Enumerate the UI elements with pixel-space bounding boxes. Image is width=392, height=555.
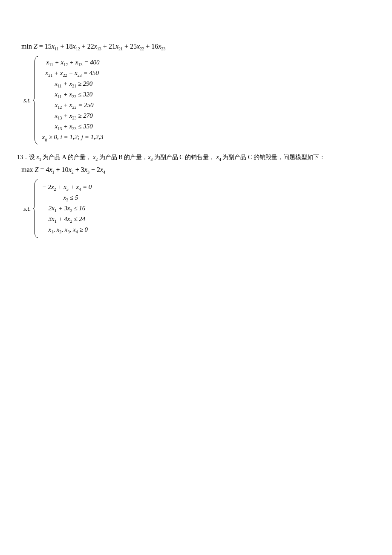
c2-2: x3 ≤ 5 [42,194,92,202]
c1-4: x11 + x22 ≤ 320 [42,91,104,99]
var-x4: x4 [216,154,221,160]
constraint-lines-2: − 2x2 + x3 + x4 = 0 x3 ≤ 5 2x1 + 3x2 ≤ 1… [42,183,92,234]
c2-3: 2x1 + 3x2 ≤ 16 [42,205,92,213]
c1-8: xij ≥ 0, i = 1,2; j = 1,2,3 [42,134,104,142]
obj1-text: min Z = 15x11 + 18x12 + 22x13 + 21x21 + … [21,43,165,50]
c1-1: x11 + x12 + x13 = 400 [42,59,104,67]
problem-2-text: 13．设 x1 为产品 A 的产量， x2 为产品 B 的产量，x3 为副产品 … [17,154,375,162]
c2-4: 3x1 + 4x2 ≤ 24 [42,215,92,224]
c2-1: − 2x2 + x3 + x4 = 0 [42,183,92,192]
obj2-text: max Z = 4x1 + 10x2 + 3x3 − 2x4 [21,166,105,173]
var-x2: x2 [93,154,98,160]
brace-1 [33,55,39,145]
problem-number: 13． [17,154,29,160]
objective-1: min Z = 15x11 + 18x12 + 22x13 + 21x21 + … [21,43,375,51]
st-label-2: s.t. [23,205,31,212]
problem-1-block: min Z = 15x11 + 18x12 + 22x13 + 21x21 + … [17,43,375,145]
c2-5: x1, x2, x3, x4 ≥ 0 [42,226,92,234]
var-x1: x1 [37,154,41,160]
problem-2-block: max Z = 4x1 + 10x2 + 3x3 − 2x4 s.t. − 2x… [17,166,375,238]
st-label-1: s.t. [23,97,31,104]
c1-5: x12 + x22 = 250 [42,102,104,110]
var-x3: x3 [148,154,153,160]
brace-2 [33,179,39,238]
c1-2: x21 + x22 + x23 = 450 [42,70,104,78]
constraints-2: s.t. − 2x2 + x3 + x4 = 0 x3 ≤ 5 2x1 + 3x… [23,179,375,238]
c1-3: x11 + x21 ≥ 290 [42,80,104,88]
c1-7: x13 + x23 ≤ 350 [42,123,104,131]
constraint-lines-1: x11 + x12 + x13 = 400 x21 + x22 + x23 = … [42,59,104,142]
c1-6: x13 + x23 ≥ 270 [42,112,104,120]
objective-2: max Z = 4x1 + 10x2 + 3x3 − 2x4 [21,166,375,174]
constraints-1: s.t. x11 + x12 + x13 = 400 x21 + x22 + x… [23,55,375,145]
